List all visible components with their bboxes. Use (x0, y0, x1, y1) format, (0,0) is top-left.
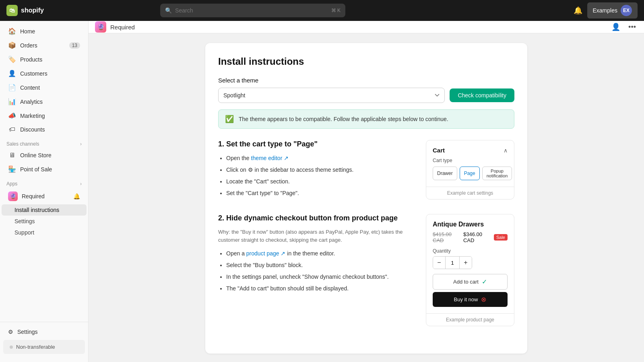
cart-example-inner: Cart ∧ Cart type Drawer Page Popup notif… (426, 140, 514, 187)
discounts-icon: 🏷 (8, 126, 16, 133)
app-icon: 🔮 (95, 21, 106, 33)
customers-icon: 👤 (8, 70, 16, 77)
step-2-subtitle: Why: the "Buy it now" button (also appea… (218, 228, 416, 244)
non-transferable-banner: Non-transferable (3, 340, 85, 354)
sidebar-label-products: Products (20, 56, 42, 63)
cart-collapse-icon[interactable]: ∧ (504, 147, 508, 154)
select-theme-label: Select a theme (218, 77, 514, 84)
sidebar-item-settings[interactable]: ⚙ Settings (2, 325, 87, 338)
sidebar: 🏠 Home 📦 Orders 13 🏷️ Products 👤 Custome… (0, 21, 89, 362)
sidebar-label-home: Home (20, 28, 35, 35)
examples-button[interactable]: Examples EX (587, 2, 638, 19)
step-1-item-2: Click on ⚙ in the sidebar to access them… (226, 166, 416, 174)
step-2-list: Open a product page ↗ in the theme edito… (218, 249, 416, 293)
install-title: Install instructions (218, 56, 514, 67)
product-old-price: $415.00 CAD (433, 231, 460, 243)
add-to-cart-label: Add to cart (453, 279, 479, 285)
sidebar-item-settings-sub[interactable]: Settings (2, 216, 87, 227)
logo[interactable]: 🛍 shopify (6, 5, 44, 16)
buy-now-cross-icon: ⊗ (481, 296, 486, 303)
sidebar-label-orders: Orders (20, 42, 37, 49)
sidebar-item-analytics[interactable]: 📊 Analytics (2, 95, 87, 109)
step-1-item-4: Set the "Cart type" to "Page". (226, 189, 416, 197)
content-topbar-right: 👤 ••• (610, 21, 638, 33)
product-example-card: Antique Drawers $415.00 CAD $346.00 CAD … (426, 214, 514, 326)
search-input[interactable] (175, 7, 328, 14)
cart-header: Cart ∧ (433, 147, 508, 154)
shopify-bag-icon: 🛍 (6, 5, 18, 16)
sidebar-item-products[interactable]: 🏷️ Products (2, 52, 87, 66)
sidebar-item-customers[interactable]: 👤 Customers (2, 66, 87, 80)
topbar-right: 🔔 Examples EX (574, 2, 638, 19)
person-icon-button[interactable]: 👤 (610, 21, 622, 33)
required-app-icon: 🔮 (8, 191, 18, 201)
main-area: 🔮 Required 👤 ••• Install instructions Se… (89, 21, 644, 362)
check-compatibility-button[interactable]: Check compatibility (450, 88, 514, 102)
step-2-item-1: Open a product page ↗ in the theme edito… (226, 249, 416, 258)
examples-label: Examples (593, 7, 617, 14)
apps-chevron[interactable]: › (80, 181, 82, 187)
bell-icon[interactable]: 🔔 (574, 6, 582, 15)
sidebar-item-orders[interactable]: 📦 Orders 13 (2, 38, 87, 52)
sidebar-item-support[interactable]: Support (2, 227, 87, 238)
logo-text: shopify (21, 7, 44, 14)
buy-now-button[interactable]: Buy it now ⊗ (433, 292, 508, 307)
search-bar[interactable]: 🔍 ⌘ K (160, 4, 345, 17)
sidebar-item-online-store[interactable]: 🖥 Online Store (2, 148, 87, 162)
required-app-bell-icon[interactable]: 🔔 (73, 193, 80, 200)
apps-label: Apps (6, 181, 17, 187)
compatibility-banner: ✅ The theme appears to be compatible. Fo… (218, 109, 514, 129)
install-card: Install instructions Select a theme Spot… (205, 43, 527, 354)
product-prices: $415.00 CAD $346.00 CAD Sale (433, 231, 508, 243)
add-to-cart-button[interactable]: Add to cart ✓ (433, 274, 508, 290)
buy-now-label: Buy it now (454, 296, 478, 302)
sidebar-label-point-of-sale: Point of Sale (20, 166, 52, 173)
step-1-list: Open the theme editor ↗ Click on ⚙ in th… (218, 154, 416, 197)
page-content: Install instructions Select a theme Spot… (89, 33, 644, 362)
cart-type-page[interactable]: Page (460, 167, 480, 180)
avatar: EX (621, 5, 632, 16)
compat-message: The theme appears to be compatible. Foll… (239, 116, 448, 122)
non-transferable-dot (10, 346, 13, 349)
step-2-layout: 2. Hide dynamic checkout button from pro… (218, 214, 514, 326)
quantity-decrease[interactable]: − (433, 257, 445, 269)
theme-editor-link[interactable]: theme editor ↗ (251, 155, 289, 161)
add-to-cart-check-icon: ✓ (482, 278, 487, 286)
sidebar-label-analytics: Analytics (20, 99, 43, 105)
sidebar-required-app[interactable]: 🔮 Required 🔔 (2, 188, 87, 204)
settings-label: Settings (17, 329, 38, 335)
step-2-item-3: In the settings panel, uncheck "Show dyn… (226, 273, 416, 281)
product-page-link[interactable]: product page ↗ (246, 250, 286, 257)
sidebar-item-install-instructions[interactable]: Install instructions (2, 204, 87, 216)
quantity-increase[interactable]: + (460, 257, 472, 269)
theme-select[interactable]: Spotlight Dawn Debut (218, 88, 445, 103)
cart-type-drawer[interactable]: Drawer (433, 167, 457, 180)
sidebar-item-content[interactable]: 📄 Content (2, 80, 87, 95)
sidebar-item-home[interactable]: 🏠 Home (2, 24, 87, 38)
sidebar-label-customers: Customers (20, 70, 47, 77)
step-1-text: 1. Set the cart type to "Page" Open the … (218, 140, 416, 200)
sales-channels-chevron[interactable]: › (80, 141, 82, 147)
step-2-item-2: Select the "Buy buttons" block. (226, 261, 416, 269)
point-of-sale-icon: 🏪 (8, 165, 16, 173)
cart-example-card: Cart ∧ Cart type Drawer Page Popup notif… (426, 140, 514, 200)
app-title: Required (110, 24, 135, 31)
non-transferable-label: Non-transferable (16, 344, 55, 350)
sidebar-item-marketing[interactable]: 📣 Marketing (2, 109, 87, 123)
apps-section: Apps › (0, 176, 88, 188)
content-icon: 📄 (8, 84, 16, 91)
sidebar-item-discounts[interactable]: 🏷 Discounts (2, 123, 87, 136)
sidebar-item-point-of-sale[interactable]: 🏪 Point of Sale (2, 162, 87, 176)
content-topbar-left: 🔮 Required (95, 21, 135, 33)
more-options-button[interactable]: ••• (627, 21, 638, 33)
product-example-label: Example product page (426, 313, 514, 326)
sidebar-label-content: Content (20, 84, 40, 91)
theme-row: Spotlight Dawn Debut Check compatibility (218, 88, 514, 103)
cart-header-title: Cart (433, 147, 445, 154)
product-sale-badge: Sale (494, 234, 508, 241)
compat-check-icon: ✅ (225, 115, 234, 123)
topbar: 🛍 shopify 🔍 ⌘ K 🔔 Examples EX (0, 0, 644, 21)
quantity-label: Quantity (433, 248, 508, 254)
cart-type-popup[interactable]: Popup notification (482, 167, 512, 180)
install-instructions-label: Install instructions (14, 207, 59, 213)
